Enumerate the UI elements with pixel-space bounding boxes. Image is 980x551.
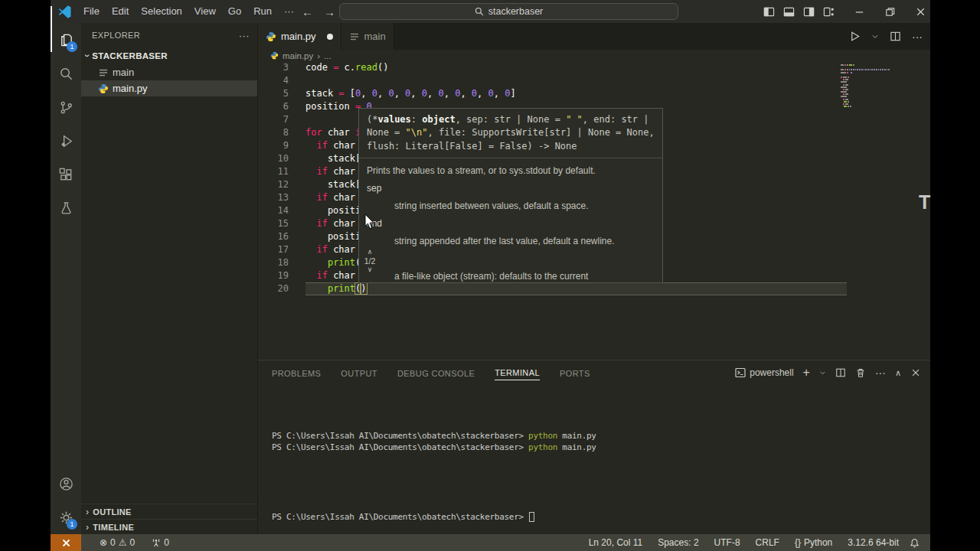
hover-param: sep string inserted between values, defa… bbox=[367, 183, 655, 211]
panel-tab[interactable]: TERMINAL bbox=[495, 365, 540, 380]
sidebar-section[interactable]: › TIMELINE bbox=[81, 519, 257, 534]
toggle-sidebar-icon[interactable] bbox=[759, 0, 779, 23]
kill-terminal-trash-icon[interactable] bbox=[855, 367, 866, 378]
customize-layout-icon[interactable] bbox=[818, 0, 838, 23]
file-item-main-py[interactable]: main.py bbox=[81, 80, 257, 96]
breadcrumb-file[interactable]: main.py bbox=[283, 51, 313, 60]
forward-arrow-icon[interactable]: → bbox=[324, 5, 335, 18]
menu-item[interactable]: Edit bbox=[106, 3, 135, 20]
explorer-badge: 1 bbox=[67, 41, 77, 52]
toggle-panel-icon[interactable] bbox=[779, 0, 799, 23]
panel-tab[interactable]: PORTS bbox=[560, 366, 590, 380]
python-interpreter[interactable]: 3.12.6 64-bit bbox=[843, 534, 903, 551]
menu-item[interactable]: Selection bbox=[135, 3, 188, 20]
sidebar-sections: › OUTLINE › TIMELINE bbox=[81, 504, 257, 534]
notifications-bell-icon[interactable] bbox=[910, 538, 920, 548]
launch-profile-chevron-icon[interactable] bbox=[819, 367, 826, 378]
menu-item[interactable]: Run bbox=[247, 3, 278, 20]
language-mode[interactable]: {} Python bbox=[790, 534, 837, 551]
command-center-search[interactable]: stackerbaser bbox=[339, 3, 678, 20]
menu-item[interactable]: ··· bbox=[278, 3, 300, 20]
editor-viewport[interactable]: 34567891011121314151617181920 code = c.r… bbox=[258, 61, 930, 360]
param-name: sep bbox=[367, 183, 655, 194]
chevron-down-icon[interactable]: ∨ bbox=[368, 266, 373, 273]
prompt-text: PS C:\Users\Issah AI\Documents\obatech\s… bbox=[272, 512, 528, 522]
param-name: file bbox=[367, 253, 655, 264]
run-debug-icon[interactable] bbox=[51, 124, 81, 158]
language-label: Python bbox=[804, 537, 832, 548]
extensions-icon[interactable] bbox=[51, 158, 81, 191]
chevron-collapsed-icon: › bbox=[86, 522, 89, 533]
terminal-prompt[interactable]: PS C:\Users\Issah AI\Documents\obatech\s… bbox=[272, 512, 534, 522]
terminal-shell-selector[interactable]: powershell bbox=[735, 367, 793, 378]
tab-label: main.py bbox=[281, 31, 316, 42]
explorer-more-actions[interactable]: ··· bbox=[239, 30, 250, 41]
split-editor-icon[interactable] bbox=[890, 31, 901, 42]
ports-indicator[interactable]: 0 bbox=[147, 534, 174, 551]
run-dropdown-chevron-icon[interactable] bbox=[871, 31, 879, 42]
account-icon[interactable] bbox=[51, 467, 81, 500]
workspace-root-label: STACKERBASER bbox=[92, 51, 168, 60]
minimap[interactable] bbox=[841, 64, 890, 108]
menu-item[interactable]: File bbox=[77, 3, 106, 20]
toggle-secondary-sidebar-icon[interactable] bbox=[799, 0, 818, 23]
hover-doc: Prints the values to a stream, or to sys… bbox=[367, 165, 655, 176]
param-name: end bbox=[367, 218, 655, 229]
shell-label: powershell bbox=[750, 367, 793, 378]
menu-item[interactable]: View bbox=[188, 3, 222, 20]
explorer-icon[interactable]: 1 bbox=[51, 23, 81, 57]
panel-more-actions-icon[interactable]: ··· bbox=[875, 367, 886, 379]
file-icon bbox=[349, 31, 360, 42]
cursor-position[interactable]: Ln 20, Col 11 bbox=[584, 534, 648, 551]
panel-tab[interactable]: OUTPUT bbox=[341, 366, 377, 380]
active-indicator bbox=[51, 6, 52, 52]
terminal-output[interactable]: PS C:\Users\Issah AI\Documents\obatech\s… bbox=[272, 394, 596, 454]
hover-params: sep string inserted between values, defa… bbox=[367, 183, 655, 282]
chevron-up-icon[interactable]: ∧ bbox=[368, 249, 373, 256]
breadcrumb[interactable]: main.py › ... bbox=[258, 50, 930, 61]
close-button[interactable] bbox=[910, 0, 930, 23]
remote-indicator[interactable] bbox=[51, 534, 81, 551]
modified-dot-icon[interactable] bbox=[327, 34, 333, 40]
restore-button[interactable] bbox=[880, 0, 900, 23]
breadcrumb-more[interactable]: ... bbox=[324, 51, 332, 60]
encoding[interactable]: UTF-8 bbox=[710, 534, 745, 551]
titlebar: FileEditSelectionViewGoRun··· ← → stacke… bbox=[51, 0, 930, 23]
split-terminal-icon[interactable] bbox=[835, 367, 846, 378]
maximize-panel-chevron-icon[interactable]: ∧ bbox=[895, 368, 901, 378]
file-label: main bbox=[113, 67, 134, 78]
terminal-line: PS C:\Users\Issah AI\Documents\obatech\s… bbox=[272, 430, 596, 442]
panel: PROBLEMSOUTPUTDEBUG CONSOLETERMINALPORTS… bbox=[258, 360, 930, 534]
file-icon bbox=[98, 67, 109, 78]
hover-pager[interactable]: ∧ 1/2 ∨ bbox=[360, 249, 380, 273]
panel-tab[interactable]: DEBUG CONSOLE bbox=[397, 366, 475, 380]
more-actions-icon[interactable]: ··· bbox=[912, 31, 923, 43]
new-terminal-icon[interactable]: + bbox=[803, 366, 810, 380]
source-control-icon[interactable] bbox=[51, 90, 81, 124]
chevron-collapsed-icon: › bbox=[86, 507, 89, 517]
tab-main-py[interactable]: main.py bbox=[258, 23, 341, 50]
file-item-main[interactable]: main bbox=[81, 64, 257, 80]
sidebar-section-label: OUTLINE bbox=[93, 507, 131, 517]
run-python-file-icon[interactable] bbox=[849, 31, 861, 42]
minimize-button[interactable] bbox=[849, 0, 869, 23]
search-view-icon[interactable] bbox=[51, 57, 81, 90]
problems-indicator[interactable]: ⊗ 0 ⚠ 0 bbox=[95, 534, 139, 551]
tab-main[interactable]: main bbox=[341, 23, 394, 50]
back-arrow-icon[interactable]: ← bbox=[302, 5, 313, 18]
status-bar: ⊗ 0 ⚠ 0 0 Ln 20, Col 11 Spaces: 2 UTF-8 … bbox=[51, 534, 930, 551]
sidebar-section[interactable]: › OUTLINE bbox=[81, 504, 257, 519]
warning-triangle-icon: ⚠ bbox=[119, 537, 127, 548]
testing-icon[interactable] bbox=[51, 191, 81, 225]
settings-gear-icon[interactable]: 1 bbox=[51, 500, 81, 534]
panel-tab[interactable]: PROBLEMS bbox=[272, 366, 321, 380]
python-icon bbox=[266, 31, 276, 42]
explorer-sidebar: EXPLORER ··· › STACKERBASER main main.py… bbox=[81, 23, 258, 534]
menu-item[interactable]: Go bbox=[222, 3, 247, 20]
workspace-root[interactable]: › STACKERBASER bbox=[81, 47, 257, 64]
close-panel-icon[interactable] bbox=[910, 367, 921, 378]
eol-sequence[interactable]: CRLF bbox=[751, 534, 784, 551]
indentation[interactable]: Spaces: 2 bbox=[653, 534, 703, 551]
param-desc: a file-like object (stream): defaults to… bbox=[394, 271, 655, 282]
file-label: main.py bbox=[113, 83, 148, 94]
